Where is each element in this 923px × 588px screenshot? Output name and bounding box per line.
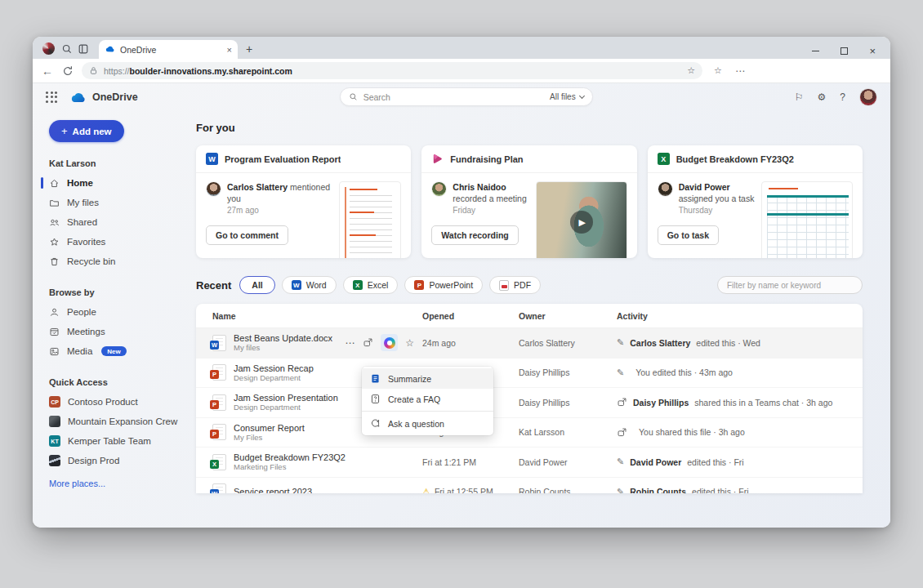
sidebar-item-favorites[interactable]: Favorites	[49, 232, 186, 252]
onedrive-brand[interactable]: OneDrive	[70, 91, 138, 103]
sidebar-item-shared[interactable]: Shared	[49, 212, 186, 232]
menu-item-ask-a-question[interactable]: Ask a question	[362, 413, 493, 434]
document-thumbnail[interactable]	[339, 181, 401, 258]
word-file-icon: W	[212, 483, 226, 493]
settings-gear-icon[interactable]: ⚙	[818, 91, 827, 103]
sidebar-item-design-prod[interactable]: Design Prod	[49, 451, 186, 470]
window-maximize-button[interactable]	[841, 47, 848, 55]
share-activity-icon	[617, 397, 627, 408]
bookmark-star-icon[interactable]: ☆	[687, 65, 695, 76]
faq-icon	[370, 394, 381, 404]
more-options-icon[interactable]: ⋯	[345, 337, 355, 349]
table-row-jam-session-presentation[interactable]: P Jam Session Presentation Design Depart…	[196, 388, 863, 418]
table-row-consumer-report[interactable]: P Consumer Report My Files 5h ago Kat La…	[196, 418, 863, 448]
column-opened[interactable]: Opened	[422, 311, 519, 321]
menu-item-summarize[interactable]: Summarize	[362, 368, 493, 389]
app-title: OneDrive	[92, 91, 138, 103]
powerpoint-file-icon: P	[212, 364, 226, 381]
file-type-filters: All WWord XExcel PPowerPoint PDF	[239, 276, 541, 294]
browser-window: OneDrive × + × ← https://boulder-innovat…	[33, 37, 890, 528]
onedrive-app: OneDrive All files ⚐ ⚙ ? +Add new	[33, 83, 890, 528]
sidebar-item-contoso-product[interactable]: CP Contoso Product	[49, 392, 186, 412]
tab-close-icon[interactable]: ×	[227, 45, 232, 55]
avatar-carlos-slattery	[206, 181, 221, 197]
app-header: OneDrive All files ⚐ ⚙ ?	[33, 83, 890, 110]
filter-all[interactable]: All	[239, 276, 274, 294]
tab-search-icon[interactable]	[61, 43, 73, 55]
excel-file-icon: X	[212, 454, 226, 470]
favorite-star-icon[interactable]: ☆	[405, 337, 414, 349]
copilot-icon	[384, 337, 395, 349]
account-avatar[interactable]	[859, 88, 877, 106]
go-to-task-button[interactable]: Go to task	[658, 225, 719, 245]
summarize-icon	[370, 373, 381, 384]
sidebar-item-recycle-bin[interactable]: Recycle bin	[49, 252, 186, 271]
browser-menu-icon[interactable]: ⋯	[735, 65, 746, 77]
menu-item-create-faq[interactable]: Create a FAQ	[362, 389, 493, 409]
site-info-lock-icon[interactable]	[89, 66, 98, 75]
refresh-button[interactable]	[62, 65, 74, 77]
design-prod-icon	[49, 455, 60, 466]
column-name[interactable]: Name	[212, 311, 422, 321]
more-places-link[interactable]: More places...	[49, 479, 105, 488]
card-fundraising-plan[interactable]: Fundraising Plan Chris Naidoo recorded a…	[421, 145, 636, 258]
add-new-button[interactable]: +Add new	[49, 120, 124, 142]
address-bar[interactable]: https://boulder-innovations.my.sharepoin…	[82, 62, 702, 79]
sidebar-item-kemper-table-team[interactable]: KT Kemper Table Team	[49, 431, 186, 451]
folder-icon	[49, 198, 60, 208]
sidebar-item-media[interactable]: Media New	[49, 341, 186, 361]
video-thumbnail[interactable]: ▶	[536, 181, 627, 258]
search-scope-dropdown[interactable]: All files	[550, 92, 584, 101]
back-button[interactable]: ←	[41, 65, 54, 78]
sidebar-item-my-files[interactable]: My files	[49, 193, 186, 212]
spreadsheet-thumbnail[interactable]	[761, 181, 853, 258]
browser-tab-onedrive[interactable]: OneDrive ×	[99, 40, 238, 59]
go-to-comment-button[interactable]: Go to comment	[206, 225, 288, 245]
person-icon	[49, 307, 60, 318]
play-icon[interactable]: ▶	[570, 211, 593, 234]
table-header: Name Opened Owner Activity	[196, 304, 863, 328]
column-owner[interactable]: Owner	[519, 311, 617, 321]
search-box[interactable]: All files	[340, 87, 593, 106]
column-activity[interactable]: Activity	[617, 311, 848, 321]
sidebar-item-home[interactable]: Home	[49, 173, 186, 193]
sidebar-item-people[interactable]: People	[49, 302, 186, 322]
help-icon[interactable]: ?	[840, 91, 845, 103]
word-file-icon: W	[212, 335, 226, 351]
contoso-product-icon: CP	[49, 396, 60, 408]
favorites-icon[interactable]: ☆	[714, 65, 722, 76]
filter-powerpoint[interactable]: PPowerPoint	[404, 276, 483, 294]
filter-excel[interactable]: XExcel	[343, 276, 399, 294]
card-budget-breakdown[interactable]: X Budget Breakdown FY23Q2 David Power as…	[648, 145, 863, 258]
edit-activity-icon: ✎	[617, 368, 624, 378]
sidebar-item-meetings[interactable]: Meetings	[49, 322, 186, 341]
share-icon[interactable]	[363, 337, 373, 348]
chevron-down-icon	[579, 93, 585, 99]
desktop: OneDrive × + × ← https://boulder-innovat…	[0, 0, 923, 588]
app-launcher-waffle-icon[interactable]	[46, 91, 57, 103]
watch-recording-button[interactable]: Watch recording	[431, 225, 518, 245]
sidebar-user-section-label: Kat Larson	[49, 158, 186, 168]
ask-question-icon	[370, 418, 381, 429]
edit-activity-icon: ✎	[617, 337, 624, 348]
warning-icon: ⚠	[422, 487, 430, 493]
sidebar-item-mountain-expansion-crew[interactable]: Mountain Expansion Crew	[49, 412, 186, 431]
copilot-button[interactable]	[381, 334, 398, 351]
star-icon	[49, 237, 60, 247]
new-tab-button[interactable]: +	[246, 42, 252, 56]
card-timestamp: Friday	[453, 206, 528, 215]
table-row-budget-breakdown[interactable]: X Budget Breakdown FY23Q2 Marketing File…	[196, 448, 863, 478]
table-row-jam-session-recap[interactable]: P Jam Session Recap Design Department Da…	[196, 359, 863, 389]
table-row-service-report[interactable]: W Service report 2023 ⚠ Fri at 12:55 PM …	[196, 478, 863, 494]
browser-logo-icon[interactable]	[42, 42, 55, 55]
search-input[interactable]	[363, 92, 544, 102]
workspaces-icon[interactable]	[78, 43, 89, 55]
filter-keyword-input[interactable]	[717, 276, 863, 294]
filter-pdf[interactable]: PDF	[489, 276, 541, 294]
card-program-evaluation-report[interactable]: W Program Evaluation Report Carlos Slatt…	[196, 145, 411, 258]
window-minimize-button[interactable]	[812, 51, 819, 51]
window-close-button[interactable]: ×	[869, 47, 876, 55]
filter-word[interactable]: WWord	[282, 276, 337, 294]
table-row-best-beans-update[interactable]: W Best Beans Update.docx My files ⋯ ☆	[196, 328, 863, 359]
feedback-flag-icon[interactable]: ⚐	[795, 91, 804, 103]
